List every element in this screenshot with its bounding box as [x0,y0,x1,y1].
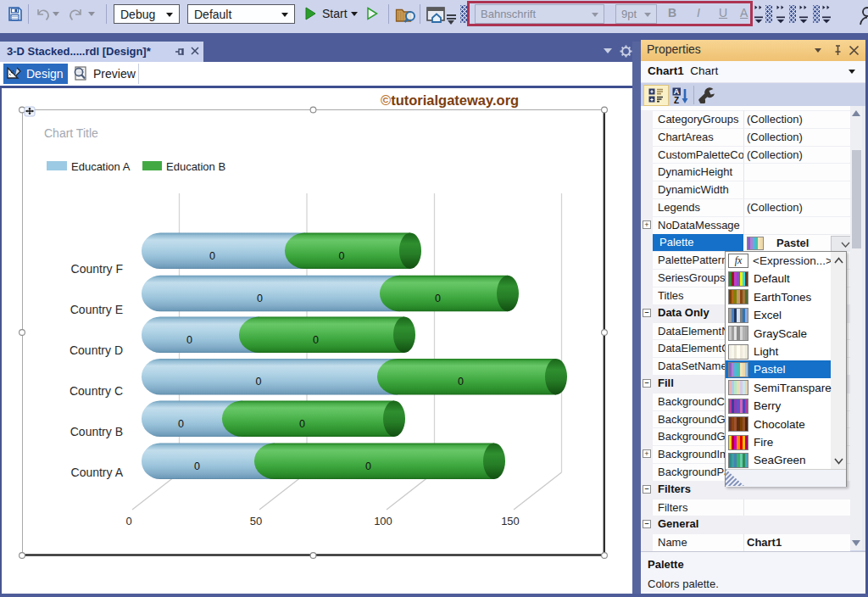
svg-text:Country C: Country C [70,384,123,398]
svg-text:0: 0 [194,460,200,472]
svg-text:0: 0 [178,418,184,430]
svg-text:0: 0 [209,250,215,262]
svg-text:Country B: Country B [70,425,123,438]
svg-text:0: 0 [257,293,263,304]
svg-text:0: 0 [299,418,305,430]
svg-text:Country F: Country F [71,262,123,276]
svg-text:50: 50 [250,515,262,527]
svg-text:0: 0 [458,376,464,388]
svg-text:0: 0 [125,515,131,527]
svg-text:Education B: Education B [166,160,225,173]
svg-text:A: A [674,87,680,96]
svg-text:Z: Z [674,96,679,104]
svg-text:Country D: Country D [70,343,123,357]
svg-text:100: 100 [374,515,392,527]
svg-text:Country E: Country E [70,303,123,316]
svg-text:0: 0 [435,293,441,304]
svg-text:0: 0 [256,376,262,388]
svg-text:Country A: Country A [71,466,124,479]
svg-text:0: 0 [365,460,371,472]
svg-text:0: 0 [186,334,192,346]
svg-text:150: 150 [501,515,520,527]
svg-text:Chart Title: Chart Title [44,126,98,140]
svg-text:0: 0 [339,250,345,262]
svg-text:Education A: Education A [71,160,131,173]
svg-text:0: 0 [313,334,319,346]
